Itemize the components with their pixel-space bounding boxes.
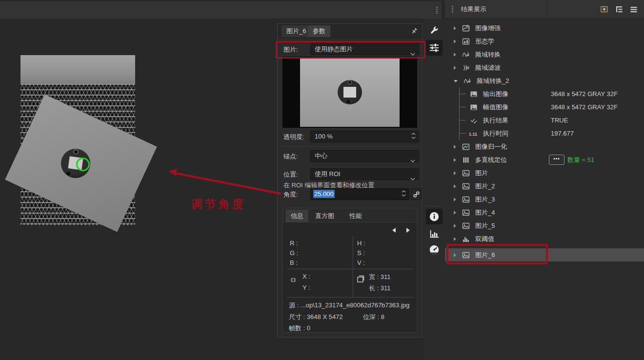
normalize-icon <box>461 143 471 151</box>
expand-caret-icon[interactable] <box>454 145 456 149</box>
tree-item-label: 执行时间 <box>483 129 508 138</box>
expand-caret-icon[interactable] <box>454 237 456 241</box>
r-label: R : <box>290 240 298 247</box>
expand-caret-icon[interactable] <box>454 211 456 215</box>
expand-caret-icon[interactable] <box>454 224 456 228</box>
dims-row: 尺寸 : 3648 X 5472 <box>289 313 343 321</box>
bar-chart-icon[interactable] <box>426 226 443 242</box>
tree-item-label: 多直线定位 <box>475 156 507 164</box>
expand-caret-icon[interactable] <box>454 26 456 30</box>
angle-label: 角度: <box>283 190 298 199</box>
preview-bottom-hole <box>347 100 350 103</box>
frames-value: 0 <box>307 324 310 332</box>
count-badge: 数量 = 51 <box>567 156 594 164</box>
info-tabbar: 信息 直方图 性能 <box>283 208 417 222</box>
tree-subrow[interactable]: 幅值图像3648 x 5472 GRAY 32F <box>460 100 644 114</box>
expand-caret-icon[interactable] <box>454 53 456 57</box>
tree-subrow[interactable]: 1.11执行时间197.677 <box>460 127 644 140</box>
results-sidebar: 结果展示 图像增强形态学频域转换频域滤波频域转换_2输出图像3648 x 547… <box>445 0 644 360</box>
tree-row[interactable]: 图片_2 <box>445 180 644 193</box>
image-source-dropdown[interactable]: 使用静态图片 <box>310 43 419 55</box>
tab-histogram[interactable]: 直方图 <box>310 210 339 222</box>
depth-value: 8 <box>381 313 384 320</box>
expand-caret-icon[interactable] <box>454 80 458 82</box>
svg-text:1.11: 1.11 <box>469 132 477 137</box>
tree-item-label: 图片_3 <box>475 195 495 204</box>
chevron-down-icon <box>410 173 415 184</box>
tree-row[interactable]: 频域转换 <box>445 48 644 61</box>
angle-value-selected: 25.000 <box>313 190 335 198</box>
tree-row[interactable]: 多直线定位•••数量 = 51 <box>445 153 644 166</box>
sliders-icon[interactable] <box>426 40 443 56</box>
tree-row[interactable]: 双阈值 <box>445 232 644 245</box>
tree-row[interactable]: 图片_6 <box>445 248 644 261</box>
picture-icon <box>461 209 471 217</box>
tree-item-label: 频域转换 <box>475 50 501 59</box>
expand-caret-icon[interactable] <box>454 198 456 201</box>
tree-row[interactable]: 图片_4 <box>445 206 644 219</box>
position-row: 位置: 使用 ROI <box>278 168 422 180</box>
frames-row: 帧数 : 0 <box>289 324 310 333</box>
link-icon[interactable] <box>411 188 422 200</box>
expand-caret-icon[interactable] <box>454 40 456 43</box>
tab-picture6[interactable]: 图片_6 <box>282 25 311 37</box>
tree-row[interactable]: 图片_3 <box>445 193 644 206</box>
expand-caret-icon[interactable] <box>454 158 456 162</box>
h-label: H : <box>357 240 365 247</box>
anchor-dropdown[interactable]: 中心 <box>310 150 419 162</box>
panel-divider <box>282 146 417 147</box>
expand-caret-icon[interactable] <box>454 253 456 257</box>
y-label: Y : <box>302 284 310 291</box>
panel-grip-handle[interactable] <box>436 7 438 14</box>
menu-icon[interactable] <box>629 5 638 14</box>
tree-item-label: 图片 <box>475 169 488 178</box>
more-button[interactable]: ••• <box>549 155 564 165</box>
pin-icon[interactable] <box>410 27 418 35</box>
source-path: ...op\13_23174_e80062d767b7363.jpg <box>301 301 409 309</box>
expand-caret-icon[interactable] <box>454 184 456 188</box>
add-image-icon[interactable] <box>600 5 609 14</box>
s-label: S : <box>357 249 365 257</box>
tree-row[interactable]: 频域滤波 <box>445 61 644 74</box>
expand-caret-icon[interactable] <box>454 66 456 70</box>
tab-performance[interactable]: 性能 <box>344 210 367 222</box>
tab-info[interactable]: 信息 <box>286 210 308 222</box>
tree-item-label: 图片_6 <box>475 251 495 260</box>
tree-guide-tick <box>460 120 466 120</box>
tree-view-icon[interactable] <box>615 5 624 14</box>
tree-item-label: 频域转换_2 <box>477 77 509 85</box>
opacity-row: 透明度: 100 % <box>278 131 422 142</box>
tree-row[interactable]: 频域转换_2 <box>445 74 644 87</box>
tree-row[interactable]: 图像归一化 <box>445 140 644 153</box>
angle-input[interactable]: 25.000 <box>310 188 409 200</box>
tree-item-label: 图像归一化 <box>475 142 507 151</box>
sidebar-grip-handle[interactable] <box>452 6 453 13</box>
tree-item-label: 输出图像 <box>483 90 508 99</box>
tree-item-value: TRUE <box>551 117 568 124</box>
tree-subrow[interactable]: 输出图像3648 x 5472 GRAY 32F <box>460 87 644 100</box>
picture-icon <box>461 251 471 259</box>
info-icon[interactable] <box>426 209 443 224</box>
green-circle-annotation <box>76 158 90 171</box>
next-page-icon[interactable] <box>406 228 410 233</box>
picture-icon <box>461 222 471 230</box>
tree-row[interactable]: 图片_5 <box>445 219 644 232</box>
wrench-icon[interactable] <box>426 22 443 38</box>
expand-caret-icon[interactable] <box>454 171 456 175</box>
opacity-spinbox[interactable]: 100 % <box>310 131 419 142</box>
info-horizontal-divider <box>287 269 414 269</box>
gauge-icon[interactable] <box>426 242 443 258</box>
image-out-icon <box>469 90 479 98</box>
position-dropdown[interactable]: 使用 ROI <box>310 168 419 180</box>
tree-subrow[interactable]: 执行结果TRUE <box>460 114 644 127</box>
spinner-arrows-icon[interactable] <box>402 190 406 197</box>
tree-item-label: 执行结果 <box>483 116 508 125</box>
prev-page-icon[interactable] <box>392 228 396 233</box>
tab-parameters[interactable]: 参数 <box>308 25 330 37</box>
position-label: 位置: <box>283 170 298 179</box>
tree-row[interactable]: 形态学 <box>445 35 644 48</box>
spinner-arrows-icon[interactable] <box>411 133 416 139</box>
tree-row[interactable]: 图片 <box>445 166 644 180</box>
annotation-text: 调节角度 <box>191 197 246 212</box>
tree-row[interactable]: 图像增强 <box>445 21 644 35</box>
